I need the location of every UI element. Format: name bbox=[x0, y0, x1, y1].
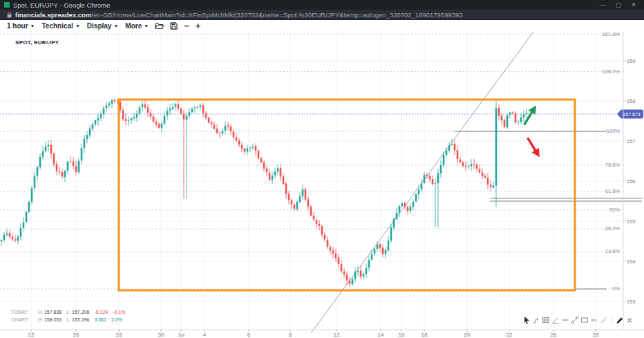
candle-body bbox=[310, 207, 312, 216]
toolbar-separator bbox=[612, 317, 612, 323]
candle-body bbox=[451, 144, 453, 145]
zoom-out-button[interactable]: − bbox=[184, 23, 189, 30]
candle-body bbox=[200, 105, 202, 106]
chart-toolbar: 1 hour ▼ Technical ▼ Display ▼ More ▼ − … bbox=[0, 20, 644, 32]
down-arrow-drawing[interactable] bbox=[524, 135, 543, 159]
minimize-button[interactable]: — bbox=[596, 1, 611, 8]
candle-body bbox=[258, 151, 260, 158]
candle-body bbox=[523, 114, 525, 117]
horizontal-line-tool-button[interactable] bbox=[561, 316, 569, 325]
candle-body bbox=[330, 247, 332, 251]
candle-body bbox=[404, 203, 406, 207]
candle-body bbox=[216, 129, 218, 133]
highlight-rectangle-drawing[interactable] bbox=[119, 100, 575, 290]
candle-body bbox=[175, 104, 177, 107]
candle-body bbox=[17, 236, 19, 241]
candle-body bbox=[48, 145, 50, 147]
chart-svg[interactable]: 161.8%138.2%100%78.6%61.8%50%38.2%23.6%0… bbox=[0, 32, 644, 338]
candle-body bbox=[471, 164, 473, 166]
candle-body bbox=[89, 129, 91, 135]
trend-line-tool-button[interactable] bbox=[571, 316, 579, 325]
close-button[interactable]: ✕ bbox=[626, 1, 641, 8]
drawing-toolbar: abc bbox=[522, 314, 634, 326]
grid-lines bbox=[0, 32, 623, 330]
candle-body bbox=[150, 113, 152, 117]
price-tick-label: 156 bbox=[627, 178, 636, 185]
today-change-pct: -0.1% bbox=[113, 308, 125, 316]
candle-body bbox=[354, 272, 357, 279]
technical-dropdown[interactable]: Technical ▼ bbox=[42, 22, 80, 30]
candle-body bbox=[122, 110, 124, 119]
candle-body bbox=[26, 212, 28, 221]
candle-body bbox=[379, 244, 381, 247]
interval-label: 1 hour bbox=[7, 22, 28, 30]
display-dropdown[interactable]: Display ▼ bbox=[87, 22, 119, 30]
rectangle-icon bbox=[580, 316, 589, 325]
candle-body bbox=[335, 254, 337, 258]
maximize-button[interactable]: ▢ bbox=[611, 1, 626, 8]
more-dropdown[interactable]: More ▼ bbox=[125, 22, 149, 30]
folder-open-icon bbox=[155, 22, 164, 30]
candle-body bbox=[291, 200, 293, 205]
low-prefix: L: bbox=[66, 317, 70, 322]
candle-body bbox=[374, 249, 376, 254]
candle-body bbox=[382, 247, 384, 254]
price-axis[interactable]: 159158157156155154153 bbox=[623, 58, 636, 305]
open-chart-button[interactable] bbox=[155, 22, 164, 30]
zoom-in-button[interactable]: + bbox=[196, 23, 201, 30]
candle-body bbox=[341, 264, 343, 271]
chart-area[interactable]: 161.8%138.2%100%78.6%61.8%50%38.2%23.6%0… bbox=[0, 32, 644, 338]
candle-body bbox=[501, 115, 503, 120]
time-tick-label: Jul bbox=[178, 332, 184, 338]
remove-tool-button[interactable] bbox=[625, 316, 634, 325]
candle-body bbox=[407, 207, 409, 211]
candle-body bbox=[269, 173, 271, 180]
candle-body bbox=[319, 224, 321, 226]
line-tool-button[interactable] bbox=[600, 316, 608, 325]
time-tick-label: 28 bbox=[593, 332, 599, 338]
last-price-pill: 157.673 bbox=[617, 109, 643, 118]
candle-body bbox=[343, 272, 345, 274]
today-stats-row: TODAY: H: 157.838 L: 157.206 -0.124 -0.1… bbox=[11, 308, 126, 316]
candle-body bbox=[506, 115, 509, 128]
candle-body bbox=[437, 173, 439, 183]
candle-body bbox=[39, 157, 41, 167]
today-high: 157.838 bbox=[44, 310, 61, 314]
time-axis[interactable]: 22262830Jul4681214161820222628 bbox=[28, 330, 599, 338]
candle-body bbox=[377, 245, 379, 249]
time-tick-label: 22 bbox=[506, 332, 513, 338]
elbow-line-icon bbox=[532, 316, 540, 325]
candle-body bbox=[462, 162, 464, 166]
rectangle-tool-button[interactable] bbox=[580, 316, 589, 325]
display-label: Display bbox=[87, 22, 112, 30]
address-bar[interactable]: financials.spreadex.com/en-GB/Home/LiveC… bbox=[0, 10, 644, 20]
save-icon bbox=[170, 22, 178, 30]
candle-body bbox=[75, 166, 77, 171]
pencil-tool-button[interactable] bbox=[616, 316, 624, 325]
candle-body bbox=[426, 175, 428, 176]
fib-label: 78.6% bbox=[605, 162, 621, 168]
price-tick-label: 157 bbox=[627, 138, 636, 144]
trend-angle-tool-button[interactable] bbox=[551, 316, 560, 325]
candle-body bbox=[84, 139, 86, 148]
trend-line-drawing[interactable] bbox=[311, 32, 533, 333]
candle-body bbox=[418, 189, 420, 194]
candle-body bbox=[435, 183, 437, 184]
candle-body bbox=[241, 145, 243, 149]
candle-body bbox=[371, 254, 373, 259]
candle-body bbox=[457, 150, 459, 159]
candle-body bbox=[244, 149, 246, 152]
grid-tool-button[interactable] bbox=[542, 316, 550, 325]
pointer-tool-button[interactable] bbox=[522, 316, 531, 325]
candle-body bbox=[316, 220, 318, 224]
elbow-line-tool-button[interactable] bbox=[532, 316, 540, 325]
candle-body bbox=[302, 189, 304, 196]
time-tick-label: 22 bbox=[28, 332, 35, 338]
fib-retracement[interactable]: 161.8%138.2%100%78.6%61.8%50%38.2%23.6%0… bbox=[0, 32, 623, 292]
save-chart-button[interactable] bbox=[170, 22, 178, 30]
high-prefix: H: bbox=[38, 310, 43, 314]
interval-dropdown[interactable]: 1 hour ▼ bbox=[7, 22, 35, 30]
candle-body bbox=[214, 124, 216, 129]
text-tool-button[interactable]: abc bbox=[590, 316, 598, 325]
candle-body bbox=[103, 109, 105, 115]
